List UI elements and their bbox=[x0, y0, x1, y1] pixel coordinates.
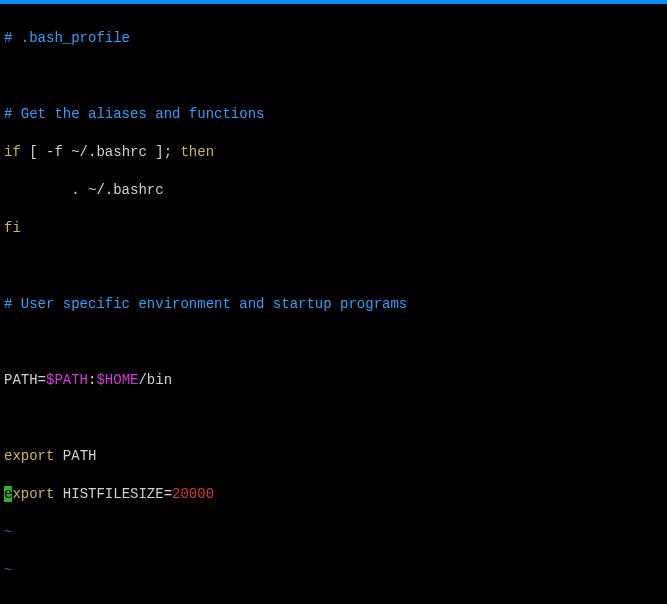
tilde-icon: ~ bbox=[4, 524, 12, 540]
code-line bbox=[4, 333, 665, 352]
condition: [ -f ~/.bashrc ]; bbox=[21, 144, 181, 160]
variable-home: $HOME bbox=[96, 372, 138, 388]
code-editor[interactable]: # .bash_profile # Get the aliases and fu… bbox=[0, 4, 667, 604]
keyword-fi: fi bbox=[4, 220, 21, 236]
path-assign: PATH= bbox=[4, 372, 46, 388]
code-line: . ~/.bashrc bbox=[4, 181, 665, 200]
code-line bbox=[4, 67, 665, 86]
code-line: PATH=$PATH:$HOME/bin bbox=[4, 371, 665, 390]
code-line: # .bash_profile bbox=[4, 29, 665, 48]
keyword-then: then bbox=[180, 144, 214, 160]
code-line: fi bbox=[4, 219, 665, 238]
empty-line: ~ bbox=[4, 599, 665, 604]
export-assign: HISTFILESIZE= bbox=[54, 486, 172, 502]
code-line bbox=[4, 257, 665, 276]
variable-path: $PATH bbox=[46, 372, 88, 388]
code-line: export HISTFILESIZE=20000 bbox=[4, 485, 665, 504]
code-line: export PATH bbox=[4, 447, 665, 466]
comment: # .bash_profile bbox=[4, 30, 130, 46]
empty-line: ~ bbox=[4, 523, 665, 542]
comment: # User specific environment and startup … bbox=[4, 296, 407, 312]
tilde-icon: ~ bbox=[4, 600, 12, 604]
tilde-icon: ~ bbox=[4, 562, 12, 578]
path-tail: /bin bbox=[138, 372, 172, 388]
source-cmd: . ~/.bashrc bbox=[4, 182, 164, 198]
code-line bbox=[4, 409, 665, 428]
empty-line: ~ bbox=[4, 561, 665, 580]
keyword-if: if bbox=[4, 144, 21, 160]
code-line: if [ -f ~/.bashrc ]; then bbox=[4, 143, 665, 162]
number-literal: 20000 bbox=[172, 486, 214, 502]
code-line: # User specific environment and startup … bbox=[4, 295, 665, 314]
keyword-export: export bbox=[4, 448, 54, 464]
comment: # Get the aliases and functions bbox=[4, 106, 264, 122]
code-line: # Get the aliases and functions bbox=[4, 105, 665, 124]
export-arg: PATH bbox=[54, 448, 96, 464]
keyword-export: xport bbox=[12, 486, 54, 502]
